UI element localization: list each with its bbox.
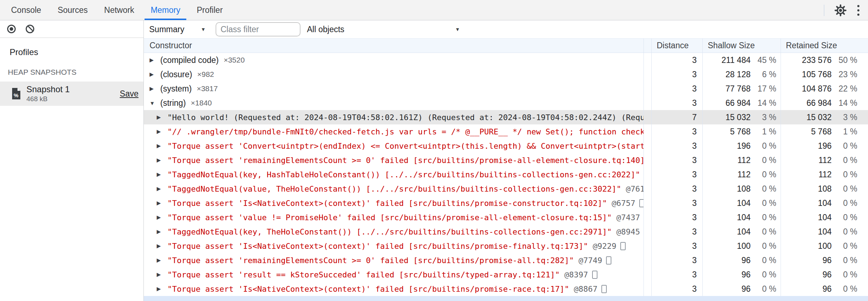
objects-select[interactable]: All objects — [307, 20, 344, 38]
retained-size-percent: 0 % — [832, 241, 857, 251]
disclosure-triangle-icon[interactable]: ▶ — [157, 143, 167, 149]
retained-size-percent: 0 % — [832, 284, 857, 294]
disclosure-triangle-icon[interactable]: ▶ — [157, 257, 167, 263]
shallow-size-percent: 0 % — [751, 241, 776, 251]
retained-size-percent: 0 % — [832, 213, 857, 222]
disclosure-triangle-icon[interactable]: ▼ — [150, 100, 160, 106]
table-row[interactable]: ▶ "Torque assert 'Is<NativeContext>(cont… — [144, 239, 868, 253]
table-row[interactable]: ▶ "Torque assert 'result == kStoreSucced… — [144, 267, 868, 282]
disclosure-triangle-icon[interactable]: ▶ — [157, 228, 167, 235]
perspective-select[interactable]: Summary ▼ — [149, 20, 206, 38]
disclosure-triangle-icon[interactable]: ▶ — [157, 271, 167, 278]
bottom-scroll-strip[interactable] — [144, 296, 868, 301]
retained-size-percent: 0 % — [832, 184, 857, 194]
table-row[interactable]: ▶ "Hello world! (Requested at: 2024-08-1… — [144, 110, 868, 124]
table-row[interactable]: ▶ (closure) ×982 3 28 128 6 % 105 768 23… — [144, 67, 868, 82]
disclosure-triangle-icon[interactable]: ▶ — [157, 157, 167, 163]
disclosure-triangle-icon[interactable]: ▶ — [150, 71, 160, 78]
disclosure-triangle-icon[interactable]: ▶ — [150, 85, 160, 92]
constructor-cell: ▼ (string) ×1840 — [144, 96, 644, 110]
shallow-size-cell: 96 0 % — [702, 282, 781, 296]
table-row[interactable]: ▶ "Torque assert 'remainingElementsCount… — [144, 153, 868, 167]
table-row[interactable]: ▶ (system) ×3817 3 77 768 17 % 104 876 2… — [144, 82, 868, 96]
constructor-label: (system) — [160, 84, 192, 94]
table-row[interactable]: ▶ "// .wrangler/tmp/bundle-FmNIt0/checke… — [144, 124, 868, 139]
table-row[interactable]: ▼ (string) ×1840 3 66 984 14 % 66 984 14… — [144, 96, 868, 110]
string-value: "Torque assert 'remainingElementsCount >… — [167, 156, 644, 165]
table-row[interactable]: ▶ "TaggedNotEqual(key, TheHoleConstant()… — [144, 224, 868, 239]
constructor-label: (closure) — [160, 70, 192, 79]
header-gutter — [644, 39, 651, 53]
constructor-cell: ▶ (closure) ×982 — [144, 67, 644, 82]
disclosure-triangle-icon[interactable]: ▶ — [157, 186, 167, 192]
disclosure-triangle-icon[interactable]: ▶ — [157, 243, 167, 249]
distance-cell: 3 — [651, 53, 702, 67]
disclosure-triangle-icon[interactable]: ▶ — [157, 200, 167, 206]
retained-size-cell: 233 576 50 % — [781, 53, 868, 67]
shallow-size-percent: 17 % — [751, 84, 776, 94]
object-id: @6757 — [612, 199, 635, 208]
box-icon — [639, 199, 644, 207]
gutter-cell — [644, 224, 651, 239]
retained-size-percent: 0 % — [832, 256, 857, 265]
retained-size-value: 104 — [818, 198, 832, 208]
disclosure-triangle-icon[interactable]: ▶ — [150, 57, 160, 63]
gutter-cell — [644, 153, 651, 167]
column-header-constructor[interactable]: Constructor — [144, 39, 644, 53]
chevron-down-icon[interactable]: ▼ — [455, 20, 460, 38]
retained-size-value: 66 984 — [807, 98, 832, 108]
gutter-cell — [644, 239, 651, 253]
tab-memory[interactable]: Memory — [145, 0, 186, 20]
constructor-cell: ▶ "Torque assert 'Is<NativeContext>(cont… — [144, 239, 644, 253]
save-link[interactable]: Save — [120, 89, 138, 99]
shallow-size-value: 15 032 — [726, 113, 751, 122]
retained-size-value: 112 — [818, 170, 832, 179]
table-row[interactable]: ▶ "Torque assert 'value != PromiseHole' … — [144, 210, 868, 224]
class-filter-input[interactable] — [216, 22, 301, 36]
kebab-menu-icon[interactable] — [855, 4, 862, 17]
column-header-retained-size[interactable]: Retained Size — [781, 39, 868, 53]
retained-size-value: 105 768 — [802, 70, 832, 79]
distance-cell: 7 — [651, 110, 702, 124]
shallow-size-cell: 5 768 1 % — [702, 124, 781, 139]
retained-size-percent: 23 % — [832, 70, 857, 79]
table-row[interactable]: ▶ (compiled code) ×3520 3 211 484 45 % 2… — [144, 53, 868, 67]
gutter-cell — [644, 253, 651, 267]
string-value: "Torque assert 'value != PromiseHole' fa… — [167, 213, 612, 222]
gutter-cell — [644, 110, 651, 124]
table-row[interactable]: ▶ "Torque assert 'Is<NativeContext>(cont… — [144, 282, 868, 296]
shallow-size-cell: 104 0 % — [702, 224, 781, 239]
grid-header: Constructor Distance Shallow Size Retain… — [144, 38, 868, 53]
shallow-size-percent: 1 % — [751, 127, 776, 137]
column-header-distance[interactable]: Distance — [651, 39, 702, 53]
shallow-size-cell: 96 0 % — [702, 253, 781, 267]
gear-icon[interactable] — [834, 4, 847, 16]
shallow-size-cell: 196 0 % — [702, 139, 781, 153]
disclosure-triangle-icon[interactable]: ▶ — [157, 128, 167, 135]
record-icon[interactable] — [7, 25, 16, 33]
column-header-shallow-size[interactable]: Shallow Size — [702, 39, 781, 53]
table-row[interactable]: ▶ "Torque assert 'remainingElementsCount… — [144, 253, 868, 267]
distance-cell: 3 — [651, 153, 702, 167]
tab-sources[interactable]: Sources — [51, 0, 94, 20]
disclosure-triangle-icon[interactable]: ▶ — [157, 214, 167, 221]
tab-profiler[interactable]: Profiler — [191, 0, 229, 20]
string-value: "TaggedNotEqual(value, TheHoleConstant()… — [167, 184, 621, 193]
shallow-size-value: 112 — [737, 156, 751, 165]
tab-network[interactable]: Network — [98, 0, 140, 20]
clear-icon[interactable] — [26, 25, 34, 33]
table-row[interactable]: ▶ "Torque assert 'Is<NativeContext>(cont… — [144, 196, 868, 210]
disclosure-triangle-icon[interactable]: ▶ — [157, 171, 167, 178]
retained-size-percent: 0 % — [832, 141, 857, 151]
shallow-size-value: 96 — [741, 284, 751, 294]
table-row[interactable]: ▶ "Torque assert 'Convert<uintptr>(endIn… — [144, 139, 868, 153]
table-row[interactable]: ▶ "TaggedNotEqual(value, TheHoleConstant… — [144, 182, 868, 196]
table-row[interactable]: ▶ "TaggedNotEqual(key, HashTableHoleCons… — [144, 167, 868, 182]
tab-label: Memory — [151, 5, 180, 15]
sidebar-item-snapshot-1[interactable]: % Snapshot 1 468 kB Save — [0, 82, 143, 106]
shallow-size-percent: 0 % — [751, 156, 776, 165]
disclosure-triangle-icon[interactable]: ▶ — [157, 114, 167, 120]
tab-console[interactable]: Console — [5, 0, 47, 20]
svg-text:%: % — [14, 92, 18, 98]
disclosure-triangle-icon[interactable]: ▶ — [157, 286, 167, 292]
